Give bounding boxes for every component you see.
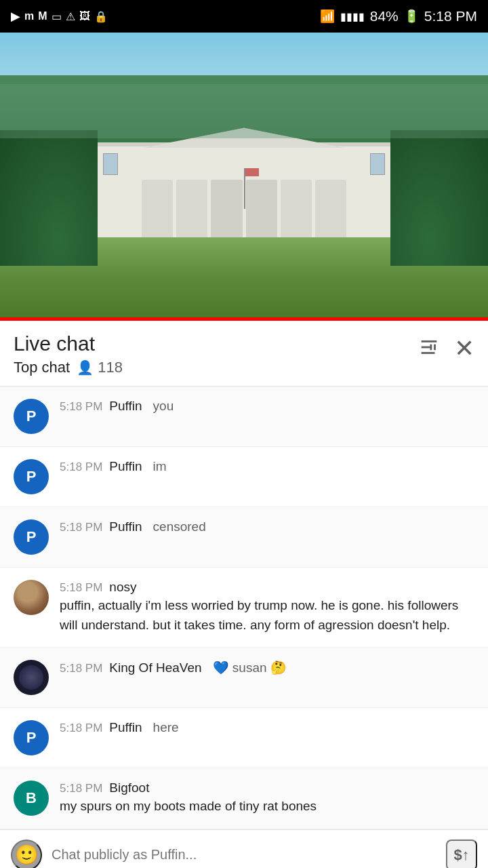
avatar-dark-inner [19,665,43,690]
status-bar: ▶ m M ▭ ⚠ 🖼 🔒 📶 ▮▮▮▮ 84% 🔋 5:18 PM [0,0,488,33]
chat-header-left: Live chat Top chat 👤 118 [14,332,123,376]
message-content: 5:18 PM Puffin here [60,720,474,735]
table-row: 5:18 PM King Of HeaVen 💙 susan 🤔 [0,648,488,708]
filter-icon [418,336,441,359]
message-author: Bigfoot [109,781,149,795]
image-icon: 🖼 [79,10,90,22]
chat-messages-list: P 5:18 PM Puffin you P 5:18 PM Puffin im… [0,387,488,829]
chat-input-bar: 🙂 $↑ [0,829,488,869]
chat-input[interactable] [52,847,436,863]
wifi-icon: 📶 [320,9,335,24]
tree-right [390,130,488,266]
m2-icon: M [38,10,47,22]
message-meta: 5:18 PM Puffin censored [60,519,474,534]
emoji-button[interactable]: 🙂 [11,840,42,869]
message-text: my spurs on my boots made of tiny rat bo… [60,797,474,816]
message-meta: 5:18 PM Puffin you [60,399,474,414]
superchat-button[interactable]: $↑ [446,840,477,869]
message-author: King Of HeaVen [109,660,201,675]
message-time: 5:18 PM [60,400,102,414]
message-author: Puffin [109,720,142,735]
message-text: puffin, actually i'm less worried by tru… [60,596,474,635]
message-author: Puffin [109,399,142,414]
top-chat-label[interactable]: Top chat [14,359,70,376]
message-time: 5:18 PM [60,782,102,795]
message-text: im [153,459,167,474]
table-row: P 5:18 PM Puffin here [0,708,488,768]
message-author: nosy [109,580,136,595]
message-content: 5:18 PM Puffin censored [60,519,474,534]
message-meta: 5:18 PM Puffin here [60,720,474,735]
avatar: B [14,781,49,816]
message-meta: 5:18 PM King Of HeaVen 💙 susan 🤔 [60,660,474,675]
avatar: P [14,720,49,755]
skyline [0,84,488,138]
close-icon: ✕ [454,334,474,362]
message-content: 5:18 PM Puffin im [60,459,474,474]
youtube-icon: ▶ [11,9,20,24]
avatar [14,660,49,695]
emoji-icon: 🙂 [15,844,39,866]
table-row: 5:18 PM nosy puffin, actually i'm less w… [0,568,488,648]
message-text: here [153,720,179,735]
message-time: 5:18 PM [60,521,102,534]
video-thumbnail [0,33,488,317]
flagpole [244,168,245,209]
person-icon: 👤 [77,359,94,376]
message-time: 5:18 PM [60,460,102,474]
avatar-photo-inner [14,580,49,615]
filter-button[interactable] [418,336,441,361]
status-bar-right: 📶 ▮▮▮▮ 84% 🔋 5:18 PM [320,8,477,24]
column [281,180,312,237]
message-text: you [153,399,174,414]
chat-header: Live chat Top chat 👤 118 ✕ [0,321,488,387]
alert-icon: ⚠ [66,10,75,23]
message-meta: 5:18 PM nosy [60,580,474,595]
signal-icon: ▮▮▮▮ [340,10,365,23]
live-chat-title: Live chat [14,332,123,356]
message-time: 5:18 PM [60,722,102,735]
top-chat-row: Top chat 👤 118 [14,359,123,376]
column [315,180,346,237]
close-chat-button[interactable]: ✕ [454,336,474,361]
message-time: 5:18 PM [60,581,102,595]
message-content: 5:18 PM King Of HeaVen 💙 susan 🤔 [60,660,474,675]
message-text: censored [153,519,206,534]
table-row: P 5:18 PM Puffin you [0,387,488,447]
column [142,180,173,237]
avatar: P [14,519,49,555]
table-row: P 5:18 PM Puffin im [0,447,488,507]
status-bar-left: ▶ m M ▭ ⚠ 🖼 🔒 [11,9,108,24]
tree-left [0,130,98,266]
message-content: 5:18 PM nosy puffin, actually i'm less w… [60,580,474,635]
battery-icon: 🔋 [404,9,419,24]
column [246,180,277,237]
message-content: 5:18 PM Puffin you [60,399,474,414]
file-icon: ▭ [52,10,62,23]
lock-icon: 🔒 [94,10,108,23]
message-content: 5:18 PM Bigfoot my spurs on my boots mad… [60,781,474,816]
message-meta: 5:18 PM Bigfoot [60,781,474,795]
window [103,153,118,175]
avatar [14,580,49,615]
time-display: 5:18 PM [424,8,477,24]
message-author: Puffin [109,519,142,534]
viewer-count: 👤 118 [77,359,123,376]
viewer-count-value: 118 [98,359,123,376]
chat-header-right: ✕ [418,336,474,361]
message-meta: 5:18 PM Puffin im [60,459,474,474]
table-row: P 5:18 PM Puffin censored [0,507,488,568]
avatar: P [14,459,49,494]
battery-level: 84% [370,8,399,24]
message-text: 💙 susan 🤔 [213,660,287,675]
superchat-icon: $↑ [453,846,469,864]
column [211,180,242,237]
column [176,180,207,237]
video-player[interactable] [0,33,488,317]
avatar: P [14,399,49,434]
message-author: Puffin [109,459,142,474]
table-row: B 5:18 PM Bigfoot my spurs on my boots m… [0,768,488,829]
flag [245,168,259,176]
message-time: 5:18 PM [60,662,102,675]
window [370,153,385,175]
